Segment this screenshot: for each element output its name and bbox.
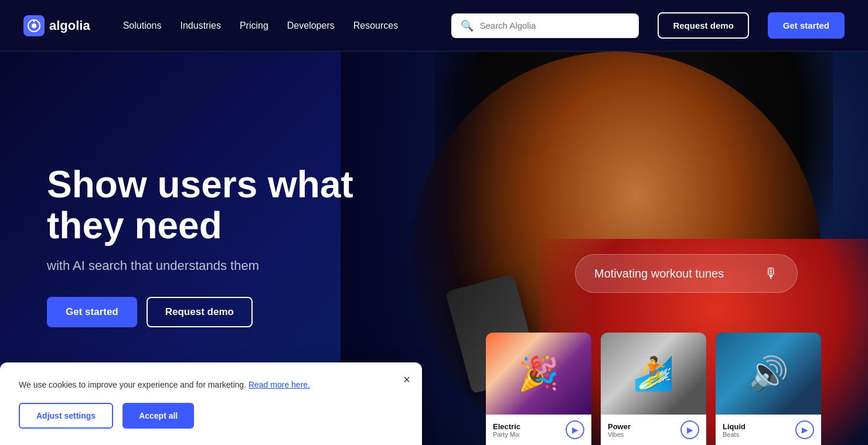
nav-links: Solutions Industries Pricing Developers …	[123, 20, 399, 31]
svg-point-1	[32, 23, 36, 28]
hero-subtext: with AI search that understands them	[47, 258, 340, 273]
hero-headline: Show users what they need	[47, 164, 353, 247]
hero-content: Show users what they need with AI search…	[47, 164, 353, 327]
music-card-2-info: Power Vibes ▶	[601, 415, 706, 445]
bubble-search-text: Motivating workout tunes	[594, 267, 724, 280]
logo-icon	[23, 15, 45, 36]
nav-developers[interactable]: Developers	[287, 20, 335, 31]
music-cards: 🎉 Electric Party Mix ▶ 🏄 Power Vibes ▶	[486, 333, 821, 445]
music-card-3-play[interactable]: ▶	[795, 420, 814, 439]
nav-industries[interactable]: Industries	[181, 20, 221, 31]
music-card-2: 🏄 Power Vibes ▶	[601, 333, 706, 445]
music-card-3-title: Liquid Beats	[723, 422, 746, 438]
nav-resources[interactable]: Resources	[353, 20, 398, 31]
hero-buttons: Get started Request demo	[47, 297, 353, 327]
hero-get-started-button[interactable]: Get started	[47, 297, 137, 327]
request-demo-button[interactable]: Request demo	[658, 12, 748, 39]
get-started-button[interactable]: Get started	[768, 12, 845, 39]
music-card-1-emoji: 🎉	[518, 354, 559, 393]
music-card-1-image: 🎉	[486, 333, 591, 415]
cookie-actions: Adjust settings Accept all	[19, 403, 403, 429]
music-card-1-play[interactable]: ▶	[566, 420, 584, 439]
logo-text: algolia	[49, 18, 90, 33]
logo[interactable]: algolia	[23, 15, 90, 36]
nav-pricing[interactable]: Pricing	[240, 20, 268, 31]
adjust-settings-button[interactable]: Adjust settings	[19, 403, 113, 429]
music-card-1-title: Electric Party Mix	[493, 422, 520, 438]
navbar: algolia Solutions Industries Pricing Dev…	[0, 0, 868, 52]
music-card-3-subtitle: Beats	[723, 431, 746, 438]
music-card-1-subtitle: Party Mix	[493, 431, 520, 438]
music-card-1-info: Electric Party Mix ▶	[486, 415, 591, 445]
microphone-icon[interactable]: 🎙	[764, 265, 778, 282]
music-card-1: 🎉 Electric Party Mix ▶	[486, 333, 591, 445]
cookie-text: We use cookies to improve your experienc…	[19, 379, 403, 391]
cookie-text-main: We use cookies to improve your experienc…	[19, 380, 246, 389]
cookie-read-more-link[interactable]: Read more here.	[249, 380, 310, 389]
music-card-3: 🔊 Liquid Beats ▶	[716, 333, 821, 445]
search-icon: 🔍	[461, 19, 474, 32]
music-card-2-play[interactable]: ▶	[680, 420, 699, 439]
search-bar: 🔍	[451, 13, 639, 38]
accept-all-button[interactable]: Accept all	[122, 403, 194, 429]
hero-request-demo-button[interactable]: Request demo	[147, 297, 253, 327]
search-input[interactable]	[479, 20, 629, 30]
music-card-3-emoji: 🔊	[748, 354, 789, 393]
nav-solutions[interactable]: Solutions	[123, 20, 162, 31]
music-card-3-info: Liquid Beats ▶	[716, 415, 821, 445]
music-card-3-image: 🔊	[716, 333, 821, 415]
cookie-close-button[interactable]: ×	[403, 373, 410, 386]
search-bubble: Motivating workout tunes 🎙	[575, 254, 798, 293]
music-card-2-subtitle: Vibes	[608, 431, 631, 438]
music-card-2-emoji: 🏄	[633, 354, 674, 393]
music-card-2-title: Power Vibes	[608, 422, 631, 438]
cookie-banner: × We use cookies to improve your experie…	[0, 362, 422, 445]
music-card-2-image: 🏄	[601, 333, 706, 415]
